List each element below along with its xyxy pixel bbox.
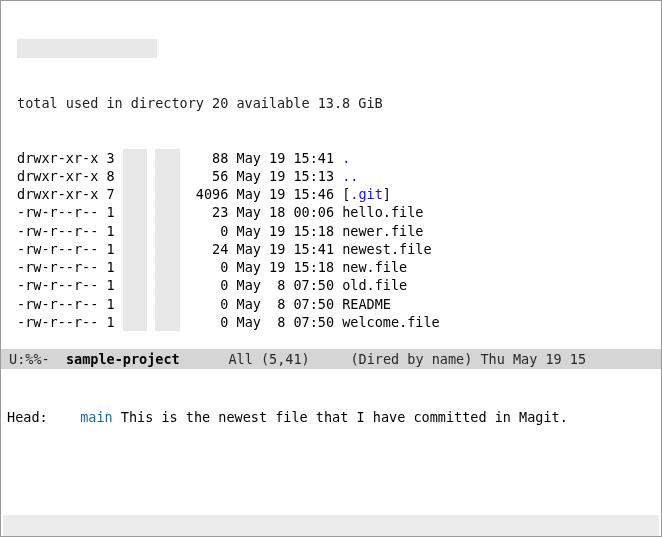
dired-pane: xxxxxxxxxxxxxxxxx total used in director…: [1, 1, 661, 349]
file-nlinks: 1: [106, 204, 122, 220]
dired-row[interactable]: -rw-r--r-- 1 xxx xxx 0 May 8 07:50 old.f…: [3, 276, 659, 294]
dired-row[interactable]: drwxr-xr-x 8 xxx xxx 56 May 19 15:13 ..: [3, 167, 659, 185]
file-date: May 19 15:46: [237, 186, 343, 202]
file-name[interactable]: hello.file: [342, 204, 423, 220]
file-name[interactable]: old.file: [342, 277, 407, 293]
file-nlinks: 1: [106, 241, 122, 257]
file-size: 0: [196, 277, 237, 293]
magit-head-line: Head: main This is the newest file that …: [3, 406, 659, 428]
file-date: May 8 07:50: [237, 314, 343, 330]
file-nlinks: 3: [106, 150, 122, 166]
file-date: May 19 15:18: [237, 223, 343, 239]
dired-row[interactable]: -rw-r--r-- 1 xxx xxx 0 May 8 07:50 welco…: [3, 313, 659, 331]
file-name[interactable]: newest.file: [342, 241, 431, 257]
dired-header: total used in directory 20 available 13.…: [3, 94, 659, 112]
file-date: May 19 15:13: [237, 168, 343, 184]
file-permissions: -rw-r--r--: [17, 259, 106, 275]
file-group: xxx: [155, 295, 179, 313]
magit-pane: Head: main This is the newest file that …: [1, 369, 661, 537]
file-nlinks: 8: [106, 168, 122, 184]
file-permissions: -rw-r--r--: [17, 314, 106, 330]
file-size: 23: [196, 204, 237, 220]
file-permissions: -rw-r--r--: [17, 296, 106, 312]
file-size: 0: [196, 223, 237, 239]
dired-row[interactable]: -rw-r--r-- 1 xxx xxx 23 May 18 00:06 hel…: [3, 203, 659, 221]
bracket-close: ]: [383, 186, 391, 202]
file-owner: xxx: [123, 276, 147, 294]
file-group: xxx: [155, 203, 179, 221]
file-owner: xxx: [123, 240, 147, 258]
modeline-dired: U:%%- sample-project All (5,41) (Dired b…: [1, 349, 661, 369]
file-permissions: drwxr-xr-x: [17, 186, 106, 202]
file-nlinks: 1: [106, 277, 122, 293]
file-group: xxx: [155, 167, 179, 185]
head-label: Head:: [7, 409, 80, 425]
file-nlinks: 1: [106, 296, 122, 312]
file-name[interactable]: newer.file: [342, 223, 423, 239]
dired-title-line: xxxxxxxxxxxxxxxxx: [3, 39, 659, 57]
file-nlinks: 1: [106, 314, 122, 330]
file-permissions: -rw-r--r--: [17, 204, 106, 220]
file-permissions: -rw-r--r--: [17, 241, 106, 257]
file-permissions: -rw-r--r--: [17, 277, 106, 293]
file-size: 56: [196, 168, 237, 184]
dired-row[interactable]: -rw-r--r-- 1 xxx xxx 24 May 19 15:41 new…: [3, 240, 659, 258]
file-date: May 8 07:50: [237, 277, 343, 293]
file-group: xxx: [155, 222, 179, 240]
file-owner: xxx: [123, 185, 147, 203]
file-name[interactable]: welcome.file: [342, 314, 440, 330]
file-size: 24: [196, 241, 237, 257]
file-owner: xxx: [123, 149, 147, 167]
file-size: 88: [196, 150, 237, 166]
file-date: May 19 15:18: [237, 259, 343, 275]
file-owner: xxx: [123, 203, 147, 221]
file-date: May 19 15:41: [237, 241, 343, 257]
file-owner: xxx: [123, 167, 147, 185]
file-group: xxx: [155, 313, 179, 331]
file-date: May 8 07:50: [237, 296, 343, 312]
file-owner: xxx: [123, 222, 147, 240]
recent-commits-section: Recent commits 4b2ca08 main This is the …: [3, 515, 659, 537]
dired-row[interactable]: -rw-r--r-- 1 xxx xxx 0 May 8 07:50 READM…: [3, 295, 659, 313]
file-name[interactable]: .: [342, 150, 350, 166]
file-nlinks: 1: [106, 259, 122, 275]
file-size: 4096: [196, 186, 237, 202]
file-permissions: -rw-r--r--: [17, 223, 106, 239]
file-date: May 19 15:41: [237, 150, 343, 166]
file-owner: xxx: [123, 313, 147, 331]
file-group: xxx: [155, 149, 179, 167]
file-owner: xxx: [123, 258, 147, 276]
modeline-left: U:%%-: [9, 351, 66, 367]
file-group: xxx: [155, 276, 179, 294]
file-name[interactable]: ..: [342, 168, 358, 184]
file-name[interactable]: README: [342, 296, 391, 312]
file-name[interactable]: new.file: [342, 259, 407, 275]
dired-row[interactable]: -rw-r--r-- 1 xxx xxx 0 May 19 15:18 new.…: [3, 258, 659, 276]
head-message: This is the newest file that I have comm…: [113, 409, 568, 425]
file-group: xxx: [155, 240, 179, 258]
file-nlinks: 7: [106, 186, 122, 202]
dired-row[interactable]: -rw-r--r-- 1 xxx xxx 0 May 19 15:18 newe…: [3, 222, 659, 240]
dired-row[interactable]: drwxr-xr-x 7 xxx xxx 4096 May 19 15:46 […: [3, 185, 659, 203]
file-size: 0: [196, 296, 237, 312]
modeline-buffer: sample-project: [66, 351, 180, 367]
head-branch[interactable]: main: [80, 409, 113, 425]
file-size: 0: [196, 259, 237, 275]
file-group: xxx: [155, 258, 179, 276]
file-owner: xxx: [123, 295, 147, 313]
file-group: xxx: [155, 185, 179, 203]
file-nlinks: 1: [106, 223, 122, 239]
file-permissions: drwxr-xr-x: [17, 168, 106, 184]
file-size: 0: [196, 314, 237, 330]
modeline-mid: All (5,41) (Dired by name) Thu May 19 15: [180, 351, 586, 367]
file-name[interactable]: .git: [350, 186, 383, 202]
file-date: May 18 00:06: [237, 204, 343, 220]
file-permissions: drwxr-xr-x: [17, 150, 106, 166]
dired-row[interactable]: drwxr-xr-x 3 xxx xxx 88 May 19 15:41 .: [3, 149, 659, 167]
